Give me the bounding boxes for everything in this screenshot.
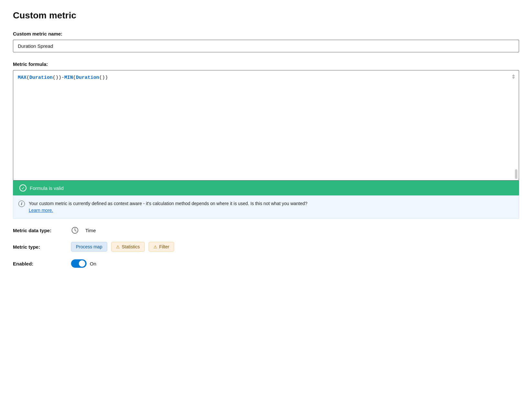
formula-valid-bar: ✓ Formula is valid: [13, 181, 519, 195]
enabled-value: On: [90, 261, 96, 266]
context-info-box: i Your custom metric is currently define…: [13, 195, 519, 219]
toggle-container: On: [71, 259, 96, 268]
metric-name-input[interactable]: [13, 40, 519, 52]
statistics-label: Statistics: [122, 244, 140, 249]
process-map-label: Process map: [76, 244, 102, 249]
info-text-content: Your custom metric is currently defined …: [29, 200, 308, 214]
formula-group: Metric formula: MAX(Duration())-MIN(Dura…: [13, 61, 519, 219]
svg-line-2: [75, 230, 76, 231]
formula-content[interactable]: MAX(Duration())-MIN(Duration()): [13, 70, 519, 180]
formula-duration-1: Duration: [29, 75, 53, 80]
page-title: Custom metric: [13, 10, 519, 21]
enabled-row: Enabled: On: [13, 259, 519, 268]
toggle-slider: [71, 259, 87, 268]
metric-type-badges: Process map ⚠ Statistics ⚠ Filter: [71, 242, 174, 252]
metric-name-group: Custom metric name:: [13, 31, 519, 52]
filter-label: Filter: [159, 244, 169, 249]
formula-valid-message: Formula is valid: [30, 185, 64, 191]
metric-type-row: Metric type: Process map ⚠ Statistics ⚠ …: [13, 242, 519, 252]
expand-icon[interactable]: ⇕: [511, 74, 516, 80]
filter-warning-icon: ⚠: [153, 244, 157, 249]
formula-scrollbar[interactable]: [515, 169, 517, 179]
formula-duration-2: Duration: [76, 75, 99, 80]
metric-type-label: Metric type:: [13, 244, 65, 250]
formula-editor[interactable]: MAX(Duration())-MIN(Duration()) ⇕: [13, 70, 519, 181]
data-type-label: Metric data type:: [13, 228, 65, 233]
clock-icon: [71, 226, 79, 234]
formula-label: Metric formula:: [13, 61, 519, 67]
metric-type-filter[interactable]: ⚠ Filter: [149, 242, 174, 252]
enabled-toggle[interactable]: [71, 259, 87, 268]
formula-min-keyword: MIN: [64, 75, 73, 80]
learn-more-link[interactable]: Learn more.: [29, 208, 53, 213]
valid-check-icon: ✓: [19, 184, 26, 192]
enabled-label: Enabled:: [13, 261, 65, 266]
formula-max-keyword: MAX: [18, 75, 26, 80]
data-type-value: Time: [85, 228, 96, 233]
data-type-row: Metric data type: Time: [13, 226, 519, 234]
metric-type-process-map[interactable]: Process map: [71, 242, 107, 252]
statistics-warning-icon: ⚠: [116, 244, 120, 249]
metric-type-statistics[interactable]: ⚠ Statistics: [111, 242, 145, 252]
metric-name-label: Custom metric name:: [13, 31, 519, 36]
info-icon: i: [18, 201, 25, 207]
